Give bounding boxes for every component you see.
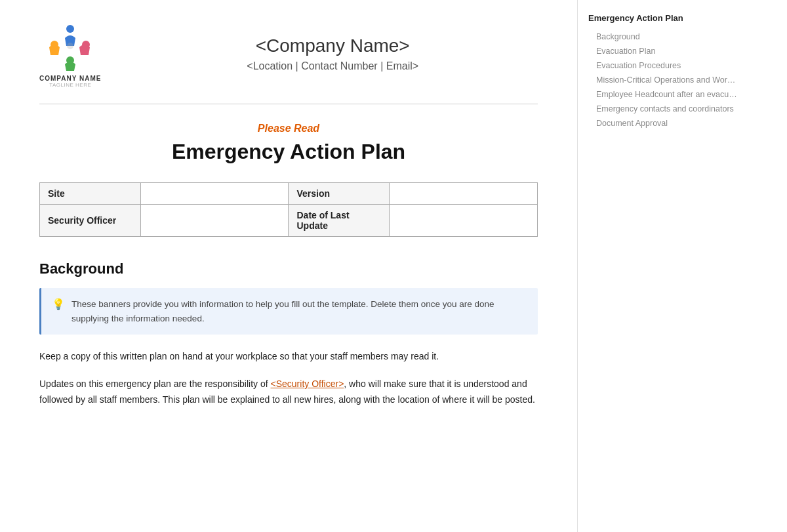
contact-info: <Location | Contact Number | Email> xyxy=(127,60,538,72)
body2-pre: Updates on this emergency plan are the r… xyxy=(39,379,271,389)
svg-point-4 xyxy=(67,43,73,49)
site-label: Site xyxy=(40,183,141,205)
banner-text: These banners provide you with informati… xyxy=(71,297,527,325)
info-banner: 💡 These banners provide you with informa… xyxy=(39,288,538,335)
company-name-heading: <Company Name> xyxy=(127,35,538,56)
header-divider xyxy=(39,104,538,104)
body2-highlight: <Security Officer> xyxy=(271,379,344,389)
logo-tagline: TAGLINE HERE xyxy=(49,82,91,88)
body-text-2: Updates on this emergency plan are the r… xyxy=(39,377,538,408)
header-text: <Company Name> <Location | Contact Numbe… xyxy=(127,35,538,72)
sidebar-title: Emergency Action Plan xyxy=(588,13,737,23)
sidebar: Emergency Action Plan Background Evacuat… xyxy=(577,0,748,532)
date-update-value xyxy=(390,205,538,237)
sidebar-item-emergency-contacts[interactable]: Emergency contacts and coordinators xyxy=(588,102,737,116)
svg-point-0 xyxy=(66,25,74,33)
version-value xyxy=(390,183,538,205)
main-title: Emergency Action Plan xyxy=(39,140,538,164)
logo-area: COMPANY NAME TAGLINE HERE xyxy=(39,20,101,88)
security-officer-label: Security Officer xyxy=(40,205,141,237)
logo-company-name: COMPANY NAME xyxy=(39,75,101,82)
company-logo xyxy=(44,20,96,72)
sidebar-item-evacuation-plan[interactable]: Evacuation Plan xyxy=(588,44,737,58)
info-table: Site Version Security Officer Date of La… xyxy=(39,182,538,237)
please-read-label: Please Read xyxy=(39,123,538,134)
body-text-1: Keep a copy of this written plan on hand… xyxy=(39,349,538,365)
main-content: COMPANY NAME TAGLINE HERE <Company Name>… xyxy=(0,0,577,532)
version-label: Version xyxy=(289,183,390,205)
sidebar-item-document-approval[interactable]: Document Approval xyxy=(588,116,737,131)
background-heading: Background xyxy=(39,260,538,277)
sidebar-items: Background Evacuation Plan Evacuation Pr… xyxy=(588,30,737,131)
sidebar-item-mission-critical[interactable]: Mission-Critical Operations and Work... xyxy=(588,73,737,87)
date-update-label: Date of Last Update xyxy=(289,205,390,237)
site-value xyxy=(140,183,289,205)
bulb-icon: 💡 xyxy=(52,298,65,310)
sidebar-item-evacuation-procedures[interactable]: Evacuation Procedures xyxy=(588,58,737,73)
sidebar-item-background[interactable]: Background xyxy=(588,30,737,44)
sidebar-item-employee-headcount[interactable]: Employee Headcount after an evacua... xyxy=(588,87,737,102)
security-officer-value xyxy=(140,205,289,237)
table-row-2: Security Officer Date of Last Update xyxy=(40,205,538,237)
table-row-1: Site Version xyxy=(40,183,538,205)
header: COMPANY NAME TAGLINE HERE <Company Name>… xyxy=(39,20,538,88)
